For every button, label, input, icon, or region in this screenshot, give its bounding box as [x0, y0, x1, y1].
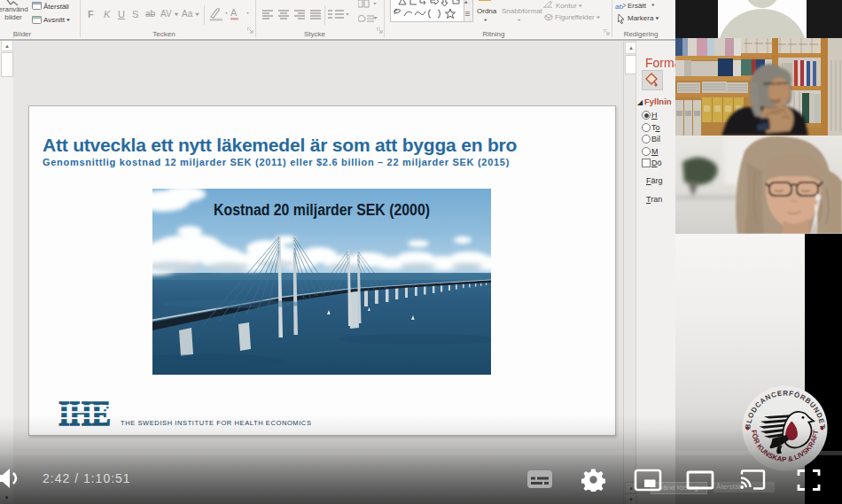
svg-text:Kostnad 20 miljarder SEK (2000: Kostnad 20 miljarder SEK (2000) — [214, 201, 430, 219]
svg-text:A: A — [230, 7, 238, 18]
svg-text:ab: ab — [615, 3, 623, 11]
